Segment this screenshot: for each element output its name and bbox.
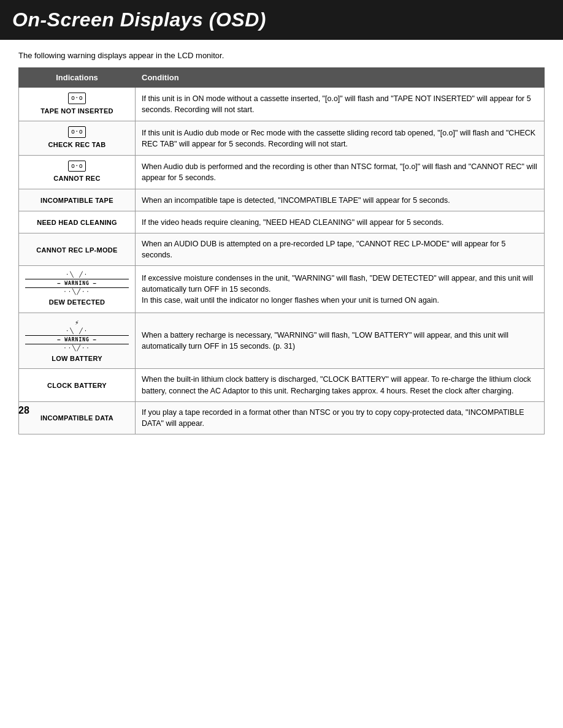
condition-cell: When the built-in lithium clock battery … (136, 369, 545, 401)
table-row: CANNOT REC LP-MODEWhen an AUDIO DUB is a… (19, 233, 545, 266)
table-row: NEED HEAD CLEANINGIf the video heads req… (19, 211, 545, 233)
indication-label: LOW BATTERY (25, 354, 129, 364)
table-header-row: Indications Condition (19, 68, 545, 88)
indication-cell: CLOCK BATTERY (19, 369, 136, 401)
indication-label: TAPE NOT INSERTED (25, 107, 129, 116)
cassette-icon: o·o (25, 126, 129, 138)
condition-text: When an AUDIO DUB is attempted on a pre-… (142, 240, 505, 259)
indication-cell: NEED HEAD CLEANING (19, 211, 136, 233)
indication-cell: o·o TAPE NOT INSERTED (19, 88, 136, 121)
condition-cell: When Audio dub is performed and the reco… (136, 155, 545, 189)
page-content: The following warning displays appear in… (0, 51, 563, 434)
col-header-indications: Indications (19, 68, 136, 88)
condition-cell: When a battery recharge is necessary, "W… (136, 313, 545, 369)
condition-text: In this case, wait until the indicator n… (142, 296, 439, 305)
condition-cell: If this unit is Audio dub mode or Rec mo… (136, 121, 545, 155)
indication-label: DEW DETECTED (25, 298, 129, 308)
condition-text: When a battery recharge is necessary, "W… (142, 331, 508, 351)
table-row: CLOCK BATTERYWhen the built-in lithium c… (19, 369, 545, 401)
condition-cell: When an AUDIO DUB is attempted on a pre-… (136, 233, 545, 266)
condition-text: When Audio dub is performed and the reco… (142, 162, 537, 182)
indication-label: CLOCK BATTERY (25, 381, 129, 391)
table-row: o·o CANNOT RECWhen Audio dub is performe… (19, 155, 545, 189)
indication-label: NEED HEAD CLEANING (25, 218, 129, 228)
table-row: INCOMPATIBLE DATAIf you play a tape reco… (19, 401, 545, 434)
condition-text: If this unit is in ON mode without a cas… (142, 94, 531, 114)
dew-icon: ·╲ ╱· – WARNING – ··╲╱·· (25, 271, 129, 295)
condition-text: If the video heads require cleaning, "NE… (142, 218, 443, 227)
indication-label: INCOMPATIBLE TAPE (25, 196, 129, 206)
condition-cell: If the video heads require cleaning, "NE… (136, 211, 545, 233)
condition-text: If excessive moisture condenses in the u… (142, 274, 533, 294)
indication-cell: CANNOT REC LP-MODE (19, 233, 136, 266)
indication-cell: ·╲ ╱· – WARNING – ··╲╱·· DEW DETECTED (19, 266, 136, 313)
col-header-condition: Condition (136, 68, 545, 88)
table-row: INCOMPATIBLE TAPEWhen an incompatible ta… (19, 189, 545, 211)
table-row: ⚡ ·╲ ╱· – WARNING – ··╲╱·· LOW BATTERYWh… (19, 313, 545, 369)
condition-cell: When an incompatible tape is detected, "… (136, 189, 545, 211)
indication-cell: INCOMPATIBLE TAPE (19, 189, 136, 211)
condition-cell: If you play a tape recorded in a format … (136, 401, 545, 434)
indication-label: CANNOT REC LP-MODE (25, 246, 129, 256)
osd-table: Indications Condition o·o TAPE NOT INSER… (18, 67, 545, 434)
condition-text: If you play a tape recorded in a format … (142, 408, 524, 428)
table-row: ·╲ ╱· – WARNING – ··╲╱·· DEW DETECTEDIf … (19, 266, 545, 313)
condition-cell: If this unit is in ON mode without a cas… (136, 88, 545, 121)
page-header: On-Screen Displays (OSD) (0, 0, 563, 40)
condition-cell: If excessive moisture condenses in the u… (136, 266, 545, 313)
page-title: On-Screen Displays (OSD) (12, 9, 551, 31)
indication-cell: ⚡ ·╲ ╱· – WARNING – ··╲╱·· LOW BATTERY (19, 313, 136, 369)
condition-text: If this unit is Audio dub mode or Rec mo… (142, 129, 535, 148)
battery-icon: ⚡ ·╲ ╱· – WARNING – ··╲╱·· (25, 318, 129, 352)
indication-label: CHECK REC TAB (25, 140, 129, 150)
indication-label: CANNOT REC (25, 174, 129, 184)
page-number: 28 (18, 405, 29, 416)
indication-cell: o·o CANNOT REC (19, 155, 136, 189)
indication-cell: o·o CHECK REC TAB (19, 121, 136, 155)
table-row: o·o TAPE NOT INSERTEDIf this unit is in … (19, 88, 545, 121)
indication-cell: INCOMPATIBLE DATA (19, 401, 136, 434)
indication-label: INCOMPATIBLE DATA (25, 414, 129, 423)
condition-text: When the built-in lithium clock battery … (142, 375, 531, 395)
condition-text: When an incompatible tape is detected, "… (142, 196, 450, 205)
cassette-icon: o·o (25, 161, 129, 172)
intro-text: The following warning displays appear in… (18, 51, 545, 60)
cassette-icon: o·o (25, 93, 129, 104)
table-row: o·o CHECK REC TABIf this unit is Audio d… (19, 121, 545, 155)
